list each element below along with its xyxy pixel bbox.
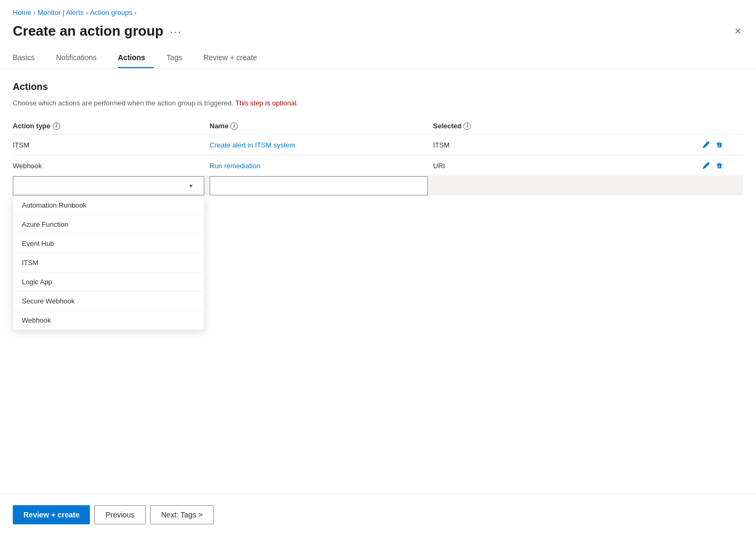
dropdown-item-automation-runbook[interactable]: Automation Runbook (13, 196, 204, 215)
selected-info-icon[interactable]: i (463, 122, 471, 130)
table-header: Action type i Name i Selected i (13, 118, 743, 135)
row2-action-type: Webhook (13, 162, 210, 170)
content-area: Actions Choose which actions are perform… (0, 69, 756, 494)
row1-edit-button[interactable] (701, 140, 710, 150)
tab-tags[interactable]: Tags (167, 48, 191, 68)
breadcrumb-sep-2: › (86, 9, 88, 17)
row1-selected: ITSM (433, 141, 701, 149)
action-type-dropdown-menu: Automation Runbook Azure Function Event … (13, 195, 204, 330)
footer: Review + create Previous Next: Tags > (0, 494, 756, 535)
review-create-button[interactable]: Review + create (13, 505, 90, 524)
dropdown-item-itsm[interactable]: ITSM (13, 253, 204, 273)
row2-edit-button[interactable] (701, 161, 710, 170)
description-text: Choose which actions are performed when … (13, 99, 234, 107)
page-title: Create an action group (13, 23, 163, 39)
close-button[interactable]: × (733, 23, 743, 39)
edit-icon (702, 141, 709, 149)
row2-actions (701, 161, 743, 170)
header-row: Create an action group ··· × (0, 21, 756, 48)
tab-notifications[interactable]: Notifications (56, 48, 105, 68)
tabs-bar: Basics Notifications Actions Tags Review… (0, 48, 756, 69)
row1-delete-button[interactable] (715, 140, 724, 150)
tab-basics[interactable]: Basics (13, 48, 43, 68)
breadcrumb-home[interactable]: Home (13, 9, 31, 17)
breadcrumb: Home › Monitor | Alerts › Action groups … (0, 0, 756, 21)
section-title: Actions (13, 81, 743, 93)
table-row: ITSM Create alert in ITSM system ITSM (13, 135, 743, 155)
delete-icon (716, 141, 723, 149)
table-row: Webhook Run remediation URI (13, 155, 743, 176)
action-name-input-wrapper (210, 176, 433, 195)
dropdown-item-logic-app[interactable]: Logic App (13, 273, 204, 292)
dropdown-item-webhook[interactable]: Webhook (13, 311, 204, 330)
section-description: Choose which actions are performed when … (13, 99, 743, 107)
name-info-icon[interactable]: i (230, 122, 238, 130)
tab-review-create[interactable]: Review + create (203, 48, 265, 68)
col-header-selected: Selected i (433, 122, 701, 130)
dropdown-item-event-hub[interactable]: Event Hub (13, 234, 204, 253)
action-type-info-icon[interactable]: i (53, 122, 60, 130)
dropdown-item-azure-function[interactable]: Azure Function (13, 215, 204, 234)
action-type-select[interactable] (13, 176, 204, 195)
row1-action-type: ITSM (13, 141, 210, 149)
row2-name[interactable]: Run remediation (210, 162, 433, 170)
col-header-action-type: Action type i (13, 122, 210, 130)
breadcrumb-sep-1: › (34, 9, 36, 17)
delete-icon (716, 162, 723, 169)
breadcrumb-sep-3: › (135, 9, 137, 17)
more-options-icon[interactable]: ··· (170, 26, 182, 37)
optional-text: This step is optional. (235, 99, 298, 107)
action-type-dropdown-wrapper: ▼ Automation Runbook Azure Function Even… (13, 176, 210, 195)
row2-delete-button[interactable] (715, 161, 724, 170)
breadcrumb-monitor[interactable]: Monitor | Alerts (38, 9, 84, 17)
dropdown-item-secure-webhook[interactable]: Secure Webhook (13, 292, 204, 311)
previous-button[interactable]: Previous (94, 505, 145, 524)
action-name-input[interactable] (210, 176, 428, 195)
row1-name[interactable]: Create alert in ITSM system (210, 141, 433, 149)
row2-selected: URI (433, 162, 701, 170)
page-container: Home › Monitor | Alerts › Action groups … (0, 0, 756, 535)
edit-icon (702, 162, 709, 169)
col-header-name: Name i (210, 122, 433, 130)
row1-actions (701, 140, 743, 150)
new-action-row: ▼ Automation Runbook Azure Function Even… (13, 176, 743, 195)
header-left: Create an action group ··· (13, 23, 182, 39)
next-tags-button[interactable]: Next: Tags > (150, 505, 214, 524)
breadcrumb-action-groups[interactable]: Action groups (90, 9, 132, 17)
tab-actions[interactable]: Actions (118, 48, 154, 68)
